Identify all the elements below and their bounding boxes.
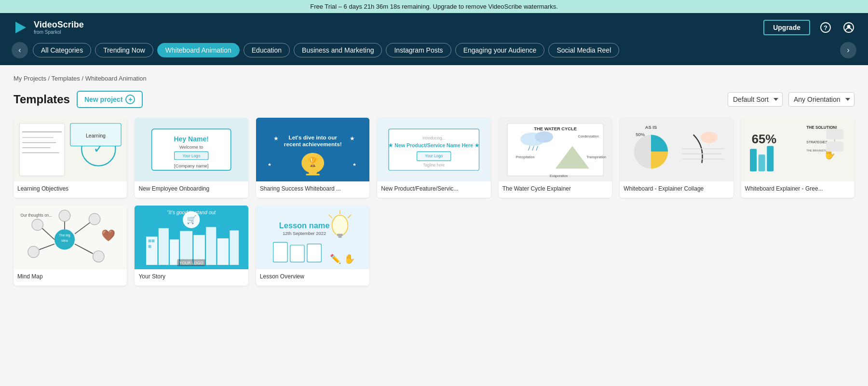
template-card-explainer-collage[interactable]: 50% AS IS Whiteboard - Explainer Collage xyxy=(620,118,733,198)
header-right: Upgrade ? xyxy=(763,20,856,35)
svg-point-45 xyxy=(535,131,553,142)
template-card-water-cycle[interactable]: THE WATER CYCLE Precipitation Condensati… xyxy=(499,118,612,198)
svg-text:★: ★ xyxy=(350,135,355,141)
new-project-button[interactable]: New project + xyxy=(77,91,143,108)
tab-education[interactable]: Education xyxy=(244,43,290,57)
svg-text:AS IS: AS IS xyxy=(645,125,657,130)
svg-rect-116 xyxy=(273,242,287,262)
svg-text:idea: idea xyxy=(61,239,68,242)
svg-text:★: ★ xyxy=(268,162,271,167)
logo-area: VideoScribe from Sparkol xyxy=(12,19,84,36)
tab-whiteboard-animation[interactable]: Whiteboard Animation xyxy=(157,43,240,57)
sort-dropdown[interactable]: Default Sort xyxy=(728,92,783,107)
svg-text:12th September 2022: 12th September 2022 xyxy=(283,231,326,236)
template-thumb-10: Lesson name 12th September 2022 ✏️ xyxy=(256,206,369,269)
tab-engaging-audience[interactable]: Engaging your Audience xyxy=(455,43,545,57)
svg-text:★ New Product/Service Name Her: ★ New Product/Service Name Here ★ xyxy=(389,142,480,148)
svg-rect-72 xyxy=(826,141,843,152)
template-card-mind-map[interactable]: The big idea 🤎 Our thoughts on... xyxy=(14,206,127,286)
svg-text:[Company name]: [Company name] xyxy=(174,164,208,168)
nav-next-button[interactable]: › xyxy=(840,42,856,58)
template-label-8: Mind Map xyxy=(14,269,127,286)
template-label-7: Whiteboard Explainer - Gree... xyxy=(741,181,854,198)
svg-text:Your Logo: Your Logo xyxy=(425,154,443,158)
plus-circle-icon: + xyxy=(125,95,135,104)
svg-rect-118 xyxy=(307,244,321,262)
template-card-learning-objectives[interactable]: ✓ Learning Learning Objectives xyxy=(14,118,127,198)
svg-text:Your Logo: Your Logo xyxy=(183,154,201,158)
tab-social-media-reel[interactable]: Social Media Reel xyxy=(548,43,619,57)
svg-text:Evaporation: Evaporation xyxy=(550,174,568,178)
svg-text:✋: ✋ xyxy=(344,253,355,264)
svg-marker-0 xyxy=(15,22,26,33)
svg-text:Hey Name!: Hey Name! xyxy=(174,135,209,143)
template-card-employee-onboarding[interactable]: Hey Name! Welcome to Your Logo [Company … xyxy=(135,118,248,198)
svg-rect-99 xyxy=(149,239,151,242)
svg-text:🛒: 🛒 xyxy=(187,215,197,225)
template-card-green-explainer[interactable]: 65% THE SOLUTION! STRATEGIES THE BRAINST… xyxy=(741,118,854,198)
page-title: Templates xyxy=(14,93,70,106)
template-label-9: Your Story xyxy=(135,269,248,286)
help-icon[interactable]: ? xyxy=(818,20,833,35)
template-card-sharing-success[interactable]: ★ ★ ★ ★ Let's dive into our recent achie… xyxy=(256,118,369,198)
svg-point-87 xyxy=(93,251,104,262)
svg-text:Tagline here: Tagline here xyxy=(423,163,445,167)
svg-text:THE WATER CYCLE: THE WATER CYCLE xyxy=(534,126,577,131)
svg-rect-31 xyxy=(309,171,316,174)
tab-instagram-posts[interactable]: Instagram Posts xyxy=(386,43,451,57)
breadcrumb: My Projects / Templates / Whiteboard Ani… xyxy=(14,75,854,82)
account-icon[interactable] xyxy=(841,20,856,35)
template-thumb-8: The big idea 🤎 Our thoughts on... xyxy=(14,206,127,269)
template-card-lesson-overview[interactable]: Lesson name 12th September 2022 ✏️ xyxy=(256,206,369,286)
svg-text:YOUR LOGO: YOUR LOGO xyxy=(179,261,203,265)
nav-prev-button[interactable]: ‹ xyxy=(12,42,28,58)
svg-text:recent achievements!: recent achievements! xyxy=(284,141,342,147)
main-content: My Projects / Templates / Whiteboard Ani… xyxy=(0,65,868,295)
template-card-new-product[interactable]: Introducing... ★ New Product/Service Nam… xyxy=(377,118,490,198)
svg-rect-66 xyxy=(767,146,773,172)
templates-header-left: Templates New project + xyxy=(14,91,143,108)
svg-point-85 xyxy=(89,213,100,224)
tab-business-marketing[interactable]: Business and Marketing xyxy=(294,43,382,57)
svg-text:65%: 65% xyxy=(751,132,776,146)
template-thumb-2: Hey Name! Welcome to Your Logo [Company … xyxy=(135,118,248,181)
top-banner: Free Trial – 6 days 21h 36m 18s remainin… xyxy=(0,0,868,13)
tab-all-categories[interactable]: All Categories xyxy=(33,43,91,57)
svg-text:Introducing...: Introducing... xyxy=(422,136,445,140)
breadcrumb-current: Whiteboard Animation xyxy=(85,75,147,82)
templates-header: Templates New project + Default Sort Any… xyxy=(14,91,854,108)
svg-text:🤎: 🤎 xyxy=(101,229,116,242)
svg-rect-98 xyxy=(230,231,239,265)
new-project-label: New project xyxy=(84,96,122,103)
svg-point-83 xyxy=(28,246,39,257)
template-label-2: New Employee Onboarding xyxy=(135,181,248,198)
svg-rect-101 xyxy=(149,245,151,248)
banner-text: Free Trial – 6 days 21h 36m 18s remainin… xyxy=(310,3,558,10)
upgrade-button[interactable]: Upgrade xyxy=(763,20,810,35)
svg-text:★: ★ xyxy=(353,162,356,167)
templates-header-right: Default Sort Any Orientation xyxy=(728,92,854,107)
svg-rect-112 xyxy=(338,236,341,238)
svg-text:Our thoughts on...: Our thoughts on... xyxy=(21,213,53,218)
logo-text-block: VideoScribe from Sparkol xyxy=(34,20,84,35)
svg-rect-32 xyxy=(306,174,320,176)
svg-rect-6 xyxy=(19,124,65,176)
svg-text:🏆: 🏆 xyxy=(307,156,319,167)
svg-text:50%: 50% xyxy=(636,132,645,137)
template-thumb-3: ★ ★ ★ ★ Let's dive into our recent achie… xyxy=(256,118,369,181)
svg-rect-97 xyxy=(217,238,229,265)
template-thumb-4: Introducing... ★ New Product/Service Nam… xyxy=(377,118,490,181)
svg-text:"It's good to stand out: "It's good to stand out xyxy=(167,209,217,215)
breadcrumb-templates[interactable]: Templates xyxy=(52,75,80,82)
template-card-your-story[interactable]: 🛒 "It's good to stand out YOUR LOGO Your… xyxy=(135,206,248,286)
svg-rect-100 xyxy=(152,239,155,242)
svg-rect-117 xyxy=(290,245,304,262)
svg-text:✏️: ✏️ xyxy=(330,253,341,264)
svg-rect-42 xyxy=(507,124,603,176)
template-thumb-1: ✓ Learning xyxy=(14,118,127,181)
orientation-dropdown[interactable]: Any Orientation xyxy=(788,92,854,107)
tab-trending-now[interactable]: Trending Now xyxy=(95,43,153,57)
breadcrumb-my-projects[interactable]: My Projects xyxy=(14,75,46,82)
template-label-5: The Water Cycle Explainer xyxy=(499,181,612,198)
svg-text:Condensation: Condensation xyxy=(578,135,598,138)
